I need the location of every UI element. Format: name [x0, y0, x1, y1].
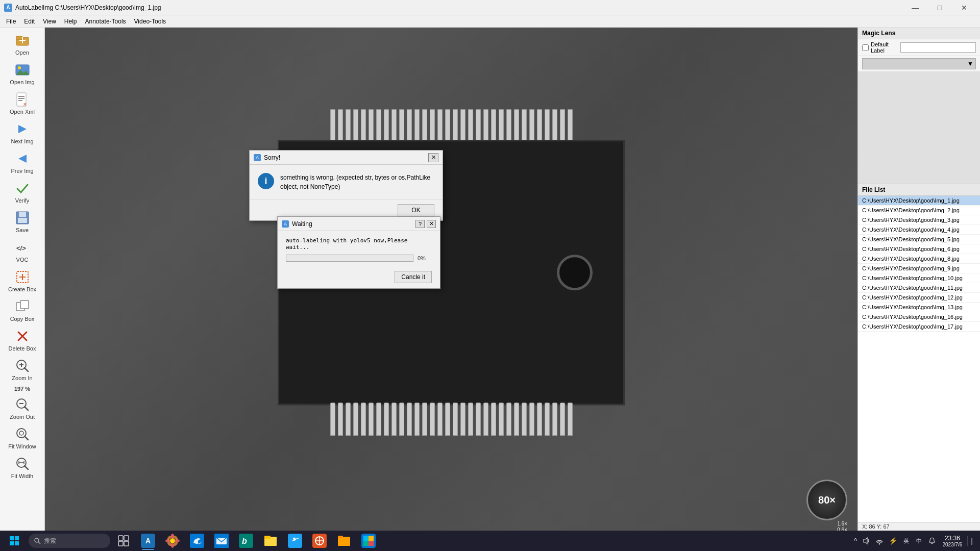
file-item-5[interactable]: C:\Users\HYX\Desktop\good\Img_6.jpg [858, 244, 980, 254]
file-item-9[interactable]: C:\Users\HYX\Desktop\good\Img_11.jpg [858, 283, 980, 293]
menu-annotate-tools[interactable]: Annotate-Tools [81, 17, 130, 26]
taskview-button[interactable] [112, 531, 135, 551]
svg-line-26 [24, 368, 28, 371]
taskbar-app-flower[interactable] [161, 531, 184, 551]
waiting-close-button[interactable]: ✕ [427, 220, 436, 228]
file-item-11[interactable]: C:\Users\HYX\Desktop\good\Img_13.jpg [858, 303, 980, 312]
open-img-button[interactable]: Open Img [3, 59, 42, 88]
zoom-in-button[interactable]: Zoom In [3, 355, 42, 384]
sorry-dialog-message: something is wrong. (expected str, bytes… [280, 173, 430, 191]
taskbar: 搜索 A [0, 531, 980, 551]
info-icon: i [258, 173, 274, 189]
maximize-button[interactable]: □ [928, 0, 951, 15]
file-item-3[interactable]: C:\Users\HYX\Desktop\good\Img_4.jpg [858, 225, 980, 235]
svg-rect-46 [118, 536, 123, 540]
magic-lens-header: Magic Lens [858, 28, 980, 39]
file-item-13[interactable]: C:\Users\HYX\Desktop\good\Img_17.jpg [858, 322, 980, 332]
browser2-icon [312, 534, 327, 548]
clock[interactable]: 23:36 2023/7/6 [940, 534, 964, 548]
cancel-it-button[interactable]: Cancle it [395, 271, 432, 283]
system-tray: ^ ⚡ 英 中 [849, 534, 978, 548]
taskbar-app-autolabel[interactable]: A [137, 531, 159, 551]
verify-button[interactable]: Verify [3, 178, 42, 206]
svg-line-30 [24, 407, 28, 410]
sorry-dialog-close[interactable]: ✕ [428, 153, 438, 162]
menu-view[interactable]: View [39, 17, 60, 26]
menu-file[interactable]: File [2, 17, 20, 26]
close-button[interactable]: ✕ [952, 0, 976, 15]
title-bar-text: AutoLabelImg C:\Users\HYX\Desktop\good\I… [15, 4, 161, 11]
waiting-dialog-title: Waiting [292, 220, 312, 228]
default-label-checkbox[interactable] [862, 44, 869, 51]
open-button[interactable]: Open [3, 30, 42, 58]
file-item-7[interactable]: C:\Users\HYX\Desktop\good\Img_9.jpg [858, 264, 980, 273]
create-box-button[interactable]: Create Box [3, 266, 42, 295]
file-item-4[interactable]: C:\Users\HYX\Desktop\good\Img_5.jpg [858, 235, 980, 244]
copy-box-button[interactable]: Copy Box [3, 296, 42, 324]
flower-icon [165, 534, 180, 548]
svg-point-5 [18, 66, 21, 69]
file-item-10[interactable]: C:\Users\HYX\Desktop\good\Img_12.jpg [858, 293, 980, 303]
menu-video-tools[interactable]: Video-Tools [130, 17, 170, 26]
taskbar-app-store[interactable] [357, 531, 380, 551]
input-mode-indicator[interactable]: 中 [914, 537, 924, 545]
app-icon: A [4, 4, 12, 12]
canvas-area[interactable]: N∨ [45, 28, 857, 531]
fit-window-button[interactable]: Fit Window [3, 423, 42, 452]
tray-overflow-icon[interactable]: ^ [853, 536, 859, 546]
minimize-button[interactable]: — [903, 0, 927, 15]
prev-img-button[interactable]: Prev Img [3, 148, 42, 177]
zoom-out-button[interactable]: Zoom Out [3, 394, 42, 422]
file-item-12[interactable]: C:\Users\HYX\Desktop\good\Img_16.jpg [858, 312, 980, 322]
svg-rect-72 [338, 536, 343, 538]
default-label-input[interactable] [900, 42, 976, 53]
svg-rect-15 [19, 212, 26, 217]
file-item-1[interactable]: C:\Users\HYX\Desktop\good\Img_2.jpg [858, 206, 980, 215]
menu-bar: File Edit View Help Annotate-Tools Video… [0, 15, 980, 28]
notifications-icon[interactable] [927, 536, 937, 546]
verify-label: Verify [15, 197, 30, 204]
taskbar-app-edge[interactable] [186, 531, 208, 551]
taskbar-app-mail[interactable] [210, 531, 233, 551]
prev-img-label: Prev Img [11, 168, 33, 174]
color-dropdown[interactable]: ▼ [862, 58, 976, 69]
volume-icon[interactable] [861, 536, 871, 546]
file-item-6[interactable]: C:\Users\HYX\Desktop\good\Img_8.jpg [858, 254, 980, 264]
search-bar[interactable]: 搜索 [29, 534, 110, 548]
default-label-checkbox-label[interactable]: Default Label [862, 41, 898, 54]
battery-icon[interactable]: ⚡ [888, 536, 898, 546]
search-icon [34, 537, 41, 544]
open-icon [14, 32, 31, 48]
svg-point-50 [170, 538, 175, 543]
save-button[interactable]: Save [3, 207, 42, 236]
taskbar-app-folder[interactable] [333, 531, 355, 551]
next-img-button[interactable]: Next Img [3, 118, 42, 147]
file-list: C:\Users\HYX\Desktop\good\Img_1.jpg C:\U… [858, 196, 980, 522]
voc-button[interactable]: </> VOC [3, 237, 42, 265]
menu-help[interactable]: Help [60, 17, 81, 26]
taskbar-app-browser2[interactable] [308, 531, 331, 551]
file-item-2[interactable]: C:\Users\HYX\Desktop\good\Img_3.jpg [858, 215, 980, 225]
chevron-down-icon: ▼ [967, 60, 973, 67]
edge-icon [190, 534, 204, 548]
menu-edit[interactable]: Edit [20, 17, 39, 26]
open-xml-button[interactable]: X Open Xml [3, 89, 42, 117]
delete-box-label: Delete Box [9, 345, 36, 352]
start-button[interactable] [2, 531, 27, 551]
show-desktop-button[interactable]: | [967, 536, 974, 546]
svg-line-45 [38, 542, 40, 544]
sorry-ok-button[interactable]: OK [398, 204, 434, 216]
taskbar-app-bird[interactable] [284, 531, 306, 551]
file-item-0[interactable]: C:\Users\HYX\Desktop\good\Img_1.jpg [858, 196, 980, 206]
search-placeholder: 搜索 [44, 537, 56, 545]
lang-indicator[interactable]: 英 [901, 537, 911, 545]
magic-lens-preview [858, 72, 980, 184]
file-item-8[interactable]: C:\Users\HYX\Desktop\good\Img_10.jpg [858, 273, 980, 283]
fit-width-button[interactable]: Fit Width [3, 453, 42, 482]
delete-box-button[interactable]: Delete Box [3, 325, 42, 354]
svg-rect-65 [264, 536, 271, 539]
taskbar-app-files[interactable] [259, 531, 282, 551]
waiting-help-button[interactable]: ? [415, 220, 425, 228]
network-icon[interactable] [874, 536, 885, 546]
taskbar-app-bing[interactable]: b [235, 531, 257, 551]
